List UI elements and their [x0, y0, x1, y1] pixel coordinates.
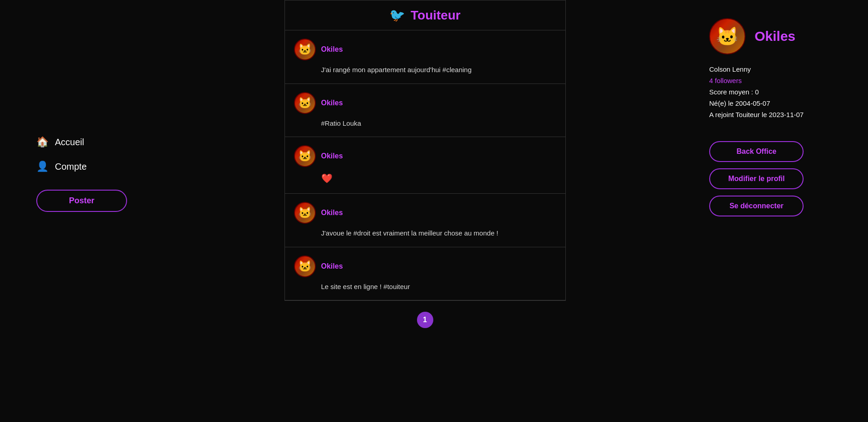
tweet-card: 🐱 Okiles J'avoue le #droit est vraiment …	[285, 194, 565, 247]
profile-top: 🐱 Okiles	[709, 18, 795, 54]
profile-info: Colson Lenny 4 followers Score moyen : 0…	[709, 65, 804, 118]
feed-container: 🐦 Touiteur 🐱 Okiles J'ai rangé mon appar…	[284, 0, 566, 301]
sidebar-item-label-accueil: Accueil	[55, 137, 84, 147]
tweet-user-row: 🐱 Okiles	[294, 92, 556, 114]
profile-fullname: Colson Lenny	[709, 65, 804, 73]
tweet-card: 🐱 Okiles J'ai rangé mon appartement aujo…	[285, 30, 565, 84]
sidebar-item-accueil[interactable]: 🏠 Accueil	[36, 136, 84, 148]
se-deconnecter-button[interactable]: Se déconnecter	[709, 196, 804, 216]
avatar: 🐱	[294, 145, 316, 167]
back-office-button[interactable]: Back Office	[709, 141, 804, 162]
avatar: 🐱	[294, 202, 316, 224]
tweet-content: #Ratio Louka	[321, 118, 556, 129]
tweet-content: ❤️	[321, 172, 556, 185]
feed-title: Touiteur	[411, 8, 461, 23]
avatar: 🐱	[294, 39, 316, 60]
profile-username: Okiles	[755, 29, 795, 44]
profile-avatar: 🐱	[709, 18, 745, 54]
profile-joined: A rejoint Touiteur le 2023-11-07	[709, 111, 804, 118]
pagination: 1	[417, 312, 433, 328]
tweet-user-row: 🐱 Okiles	[294, 145, 556, 167]
bird-icon: 🐦	[389, 8, 405, 23]
tweet-card: 🐱 Okiles ❤️	[285, 137, 565, 194]
sidebar-item-compte[interactable]: 👤 Compte	[36, 161, 87, 172]
tweet-card: 🐱 Okiles #Ratio Louka	[285, 84, 565, 137]
avatar: 🐱	[294, 255, 316, 277]
modifier-profil-button[interactable]: Modifier le profil	[709, 168, 804, 189]
profile-score: Score moyen : 0	[709, 88, 804, 96]
action-buttons: Back Office Modifier le profil Se déconn…	[709, 141, 804, 216]
tweet-username[interactable]: Okiles	[321, 152, 343, 160]
sidebar: 🏠 Accueil 👤 Compte Poster	[0, 0, 154, 422]
avatar: 🐱	[294, 92, 316, 114]
right-panel: 🐱 Okiles Colson Lenny 4 followers Score …	[696, 0, 868, 422]
profile-birthdate: Né(e) le 2004-05-07	[709, 99, 804, 107]
feed-header: 🐦 Touiteur	[285, 0, 565, 30]
heart-icon: ❤️	[321, 173, 333, 183]
tweet-user-row: 🐱 Okiles	[294, 255, 556, 277]
main-feed: 🐦 Touiteur 🐱 Okiles J'ai rangé mon appar…	[154, 0, 696, 422]
poster-button[interactable]: Poster	[36, 190, 127, 212]
home-icon: 🏠	[36, 136, 49, 148]
profile-followers[interactable]: 4 followers	[709, 77, 804, 84]
tweet-content: Le site est en ligne ! #touiteur	[321, 282, 556, 292]
user-icon: 👤	[36, 161, 49, 172]
sidebar-item-label-compte: Compte	[55, 162, 87, 172]
tweet-username[interactable]: Okiles	[321, 209, 343, 217]
tweet-content: J'avoue le #droit est vraiment la meille…	[321, 228, 556, 239]
page-1-button[interactable]: 1	[417, 312, 433, 328]
tweet-card: 🐱 Okiles Le site est en ligne ! #touiteu…	[285, 247, 565, 301]
tweet-username[interactable]: Okiles	[321, 45, 343, 54]
tweet-user-row: 🐱 Okiles	[294, 39, 556, 60]
tweet-user-row: 🐱 Okiles	[294, 202, 556, 224]
tweet-username[interactable]: Okiles	[321, 99, 343, 107]
tweet-content: J'ai rangé mon appartement aujourd'hui #…	[321, 65, 556, 75]
tweet-username[interactable]: Okiles	[321, 262, 343, 270]
